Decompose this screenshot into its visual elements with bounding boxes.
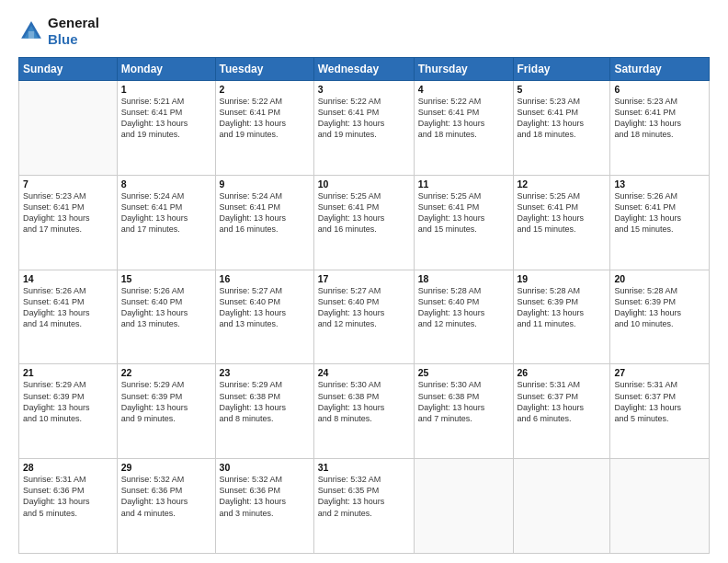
day-cell: 30Sunrise: 5:32 AM Sunset: 6:36 PM Dayli…: [215, 459, 313, 554]
day-info: Sunrise: 5:31 AM Sunset: 6:37 PM Dayligh…: [518, 379, 607, 424]
day-number: 3: [318, 84, 410, 95]
day-cell: 8Sunrise: 5:24 AM Sunset: 6:41 PM Daylig…: [117, 175, 215, 270]
page: General Blue SundayMondayTuesdayWednesda…: [0, 0, 728, 563]
day-info: Sunrise: 5:26 AM Sunset: 6:40 PM Dayligh…: [121, 285, 211, 330]
day-cell: 20Sunrise: 5:28 AM Sunset: 6:39 PM Dayli…: [610, 270, 710, 364]
day-cell: 15Sunrise: 5:26 AM Sunset: 6:40 PM Dayli…: [117, 270, 215, 364]
day-info: Sunrise: 5:31 AM Sunset: 6:36 PM Dayligh…: [23, 474, 113, 519]
day-info: Sunrise: 5:29 AM Sunset: 6:38 PM Dayligh…: [220, 379, 310, 424]
weekday-header-saturday: Saturday: [610, 58, 710, 81]
day-info: Sunrise: 5:23 AM Sunset: 6:41 PM Dayligh…: [23, 190, 113, 236]
day-cell: 28Sunrise: 5:31 AM Sunset: 6:36 PM Dayli…: [19, 459, 118, 554]
day-cell: 10Sunrise: 5:25 AM Sunset: 6:41 PM Dayli…: [313, 175, 414, 270]
day-info: Sunrise: 5:27 AM Sunset: 6:40 PM Dayligh…: [220, 285, 310, 330]
day-number: 1: [121, 84, 211, 95]
weekday-header-thursday: Thursday: [414, 58, 513, 81]
day-info: Sunrise: 5:29 AM Sunset: 6:39 PM Dayligh…: [23, 379, 113, 424]
day-cell: 4Sunrise: 5:22 AM Sunset: 6:41 PM Daylig…: [414, 81, 513, 176]
day-number: 31: [318, 462, 410, 473]
day-info: Sunrise: 5:23 AM Sunset: 6:41 PM Dayligh…: [614, 96, 705, 141]
day-info: Sunrise: 5:22 AM Sunset: 6:41 PM Dayligh…: [220, 96, 310, 141]
day-cell: 22Sunrise: 5:29 AM Sunset: 6:39 PM Dayli…: [117, 364, 215, 459]
week-row-1: 7Sunrise: 5:23 AM Sunset: 6:41 PM Daylig…: [19, 175, 710, 270]
day-number: 27: [614, 367, 705, 378]
logo: General Blue: [18, 15, 99, 48]
day-cell: 16Sunrise: 5:27 AM Sunset: 6:40 PM Dayli…: [215, 270, 313, 364]
day-info: Sunrise: 5:27 AM Sunset: 6:40 PM Dayligh…: [318, 285, 410, 330]
day-cell: 14Sunrise: 5:26 AM Sunset: 6:41 PM Dayli…: [19, 270, 118, 364]
day-cell: [414, 459, 513, 554]
weekday-header-monday: Monday: [117, 58, 215, 81]
day-info: Sunrise: 5:22 AM Sunset: 6:41 PM Dayligh…: [318, 96, 410, 141]
weekday-header-friday: Friday: [513, 58, 610, 81]
day-info: Sunrise: 5:31 AM Sunset: 6:37 PM Dayligh…: [614, 379, 705, 424]
weekday-header-row: SundayMondayTuesdayWednesdayThursdayFrid…: [19, 58, 710, 81]
day-number: 10: [318, 178, 410, 190]
day-cell: 2Sunrise: 5:22 AM Sunset: 6:41 PM Daylig…: [215, 81, 313, 176]
day-info: Sunrise: 5:30 AM Sunset: 6:38 PM Dayligh…: [318, 379, 410, 424]
day-number: 28: [23, 462, 113, 473]
weekday-header-tuesday: Tuesday: [215, 58, 313, 81]
day-number: 30: [220, 462, 310, 473]
day-cell: [610, 459, 710, 554]
day-info: Sunrise: 5:26 AM Sunset: 6:41 PM Dayligh…: [23, 285, 113, 330]
day-info: Sunrise: 5:32 AM Sunset: 6:36 PM Dayligh…: [121, 474, 211, 519]
day-cell: [19, 81, 118, 176]
calendar: SundayMondayTuesdayWednesdayThursdayFrid…: [18, 57, 710, 554]
day-number: 15: [121, 273, 211, 284]
day-info: Sunrise: 5:32 AM Sunset: 6:36 PM Dayligh…: [220, 474, 310, 519]
day-number: 17: [318, 273, 410, 284]
day-number: 16: [220, 273, 310, 284]
day-cell: 12Sunrise: 5:25 AM Sunset: 6:41 PM Dayli…: [513, 175, 610, 270]
day-number: 14: [23, 273, 113, 284]
day-info: Sunrise: 5:21 AM Sunset: 6:41 PM Dayligh…: [121, 96, 211, 141]
day-number: 29: [121, 462, 211, 473]
day-cell: 13Sunrise: 5:26 AM Sunset: 6:41 PM Dayli…: [610, 175, 710, 270]
day-number: 9: [220, 178, 310, 190]
day-info: Sunrise: 5:25 AM Sunset: 6:41 PM Dayligh…: [418, 190, 509, 236]
week-row-4: 28Sunrise: 5:31 AM Sunset: 6:36 PM Dayli…: [19, 459, 710, 554]
week-row-3: 21Sunrise: 5:29 AM Sunset: 6:39 PM Dayli…: [19, 364, 710, 459]
day-cell: 9Sunrise: 5:24 AM Sunset: 6:41 PM Daylig…: [215, 175, 313, 270]
calendar-table: SundayMondayTuesdayWednesdayThursdayFrid…: [18, 57, 710, 554]
day-info: Sunrise: 5:25 AM Sunset: 6:41 PM Dayligh…: [318, 190, 410, 236]
day-number: 8: [121, 178, 211, 190]
day-number: 6: [614, 84, 705, 95]
day-number: 18: [418, 273, 509, 284]
day-cell: 3Sunrise: 5:22 AM Sunset: 6:41 PM Daylig…: [313, 81, 414, 176]
day-number: 5: [518, 84, 607, 95]
day-number: 2: [220, 84, 310, 95]
day-number: 26: [518, 367, 607, 378]
day-info: Sunrise: 5:30 AM Sunset: 6:38 PM Dayligh…: [418, 379, 509, 424]
day-cell: 19Sunrise: 5:28 AM Sunset: 6:39 PM Dayli…: [513, 270, 610, 364]
day-cell: 24Sunrise: 5:30 AM Sunset: 6:38 PM Dayli…: [313, 364, 414, 459]
day-cell: 17Sunrise: 5:27 AM Sunset: 6:40 PM Dayli…: [313, 270, 414, 364]
day-number: 20: [614, 273, 705, 284]
day-number: 7: [23, 178, 113, 190]
week-row-0: 1Sunrise: 5:21 AM Sunset: 6:41 PM Daylig…: [19, 81, 710, 176]
day-cell: 21Sunrise: 5:29 AM Sunset: 6:39 PM Dayli…: [19, 364, 118, 459]
day-cell: 27Sunrise: 5:31 AM Sunset: 6:37 PM Dayli…: [610, 364, 710, 459]
weekday-header-sunday: Sunday: [19, 58, 118, 81]
weekday-header-wednesday: Wednesday: [313, 58, 414, 81]
day-cell: 29Sunrise: 5:32 AM Sunset: 6:36 PM Dayli…: [117, 459, 215, 554]
day-number: 22: [121, 367, 211, 378]
day-cell: [513, 459, 610, 554]
logo-icon: [18, 18, 44, 44]
day-cell: 23Sunrise: 5:29 AM Sunset: 6:38 PM Dayli…: [215, 364, 313, 459]
day-number: 21: [23, 367, 113, 378]
day-info: Sunrise: 5:28 AM Sunset: 6:39 PM Dayligh…: [614, 285, 705, 330]
day-number: 4: [418, 84, 509, 95]
day-number: 11: [418, 178, 509, 190]
day-number: 25: [418, 367, 509, 378]
day-info: Sunrise: 5:32 AM Sunset: 6:35 PM Dayligh…: [318, 474, 410, 519]
day-info: Sunrise: 5:29 AM Sunset: 6:39 PM Dayligh…: [121, 379, 211, 424]
logo-text: General Blue: [48, 15, 99, 48]
day-cell: 25Sunrise: 5:30 AM Sunset: 6:38 PM Dayli…: [414, 364, 513, 459]
day-info: Sunrise: 5:24 AM Sunset: 6:41 PM Dayligh…: [220, 190, 310, 236]
day-info: Sunrise: 5:24 AM Sunset: 6:41 PM Dayligh…: [121, 190, 211, 236]
day-cell: 5Sunrise: 5:23 AM Sunset: 6:41 PM Daylig…: [513, 81, 610, 176]
day-cell: 11Sunrise: 5:25 AM Sunset: 6:41 PM Dayli…: [414, 175, 513, 270]
day-number: 23: [220, 367, 310, 378]
week-row-2: 14Sunrise: 5:26 AM Sunset: 6:41 PM Dayli…: [19, 270, 710, 364]
